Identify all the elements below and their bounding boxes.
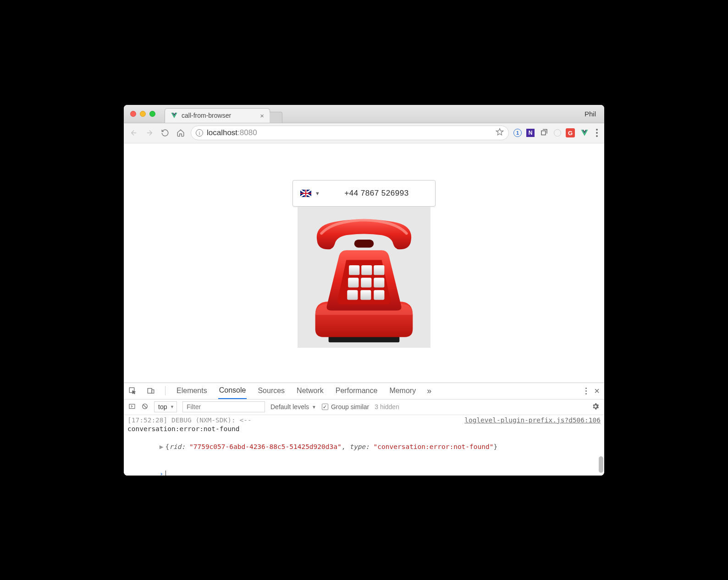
context-select[interactable]: top [154, 401, 177, 412]
phone-input-group: ▼ +44 7867 526993 [292, 180, 436, 207]
reload-button[interactable] [160, 127, 171, 138]
context-selector[interactable]: top [154, 401, 177, 412]
uk-flag-icon [300, 190, 311, 197]
tab-title: call-from-browser [182, 112, 231, 119]
back-button[interactable] [128, 127, 139, 138]
divider [165, 386, 165, 395]
console-prompt[interactable]: › [127, 460, 601, 475]
traffic-lights [124, 111, 155, 117]
console-object-line[interactable]: ▶{rid: "7759c057-6abd-4236-88c5-51425d92… [127, 434, 601, 461]
checkbox-checked-icon[interactable]: ✓ [322, 404, 328, 410]
scrollbar-thumb[interactable] [599, 456, 603, 473]
extension-g-icon[interactable]: G [566, 128, 575, 137]
home-button[interactable] [175, 127, 186, 138]
extension-n-icon[interactable]: N [526, 129, 535, 137]
console-line-partial: [17:52:28] DEBUG (NXM-SDK): <-- [127, 416, 252, 425]
device-toolbar-icon[interactable] [147, 387, 155, 395]
console-source-ref[interactable]: loglevel-plugin-prefix.js?d506:106 [464, 416, 601, 425]
svg-rect-13 [148, 388, 152, 394]
obj-val-type: "conversation:error:not-found" [374, 443, 494, 450]
app-column: ▼ +44 7867 526993 [292, 143, 436, 383]
console-settings-icon[interactable] [591, 402, 600, 412]
console-output[interactable]: [17:52:28] DEBUG (NXM-SDK): <-- loglevel… [124, 415, 604, 476]
devtools-tab-sources[interactable]: Sources [257, 383, 286, 399]
svg-rect-4 [374, 265, 384, 275]
vue-icon [171, 112, 178, 119]
obj-key-rid: rid: [169, 443, 185, 450]
phone-number-input[interactable]: +44 7867 526993 [325, 189, 428, 198]
levels-label: Default levels [270, 403, 309, 410]
phone-image-box [298, 207, 430, 348]
svg-rect-2 [349, 265, 359, 275]
more-tabs-chevron-icon[interactable]: » [427, 386, 431, 396]
maximize-window-button[interactable] [149, 111, 155, 117]
close-devtools-icon[interactable]: × [594, 386, 600, 396]
svg-rect-9 [360, 290, 371, 300]
inspect-element-icon[interactable] [128, 387, 137, 395]
extension-circle-icon[interactable] [554, 129, 561, 137]
console-filter-input[interactable] [182, 401, 265, 412]
expand-caret-icon[interactable]: ▶ [160, 443, 164, 450]
svg-rect-14 [152, 390, 154, 394]
devtools-tab-performance[interactable]: Performance [335, 383, 379, 399]
hidden-count[interactable]: 3 hidden [375, 403, 399, 410]
country-dropdown-caret-icon[interactable]: ▼ [315, 191, 320, 196]
bookmark-star-icon[interactable] [496, 128, 504, 138]
devtools-menu-icon[interactable] [585, 388, 587, 394]
new-tab-button[interactable] [270, 112, 282, 123]
svg-rect-3 [361, 265, 372, 275]
tab-strip: call-from-browser × [165, 105, 282, 123]
url-port: :8080 [237, 128, 257, 137]
page-content: ▼ +44 7867 526993 [124, 143, 604, 383]
svg-rect-6 [361, 278, 371, 287]
console-sidebar-toggle-icon[interactable] [128, 403, 136, 411]
browser-toolbar: i localhost:8080 1 N G [124, 123, 604, 143]
svg-rect-0 [541, 131, 546, 135]
url-text: localhost:8080 [207, 128, 257, 137]
vue-devtools-extension-icon[interactable] [579, 128, 590, 138]
devtools-tab-network[interactable]: Network [296, 383, 325, 399]
svg-rect-11 [354, 240, 374, 247]
site-info-icon[interactable]: i [196, 129, 203, 137]
devtools-panel: Elements Console Sources Network Perform… [124, 383, 604, 476]
obj-key-type: type: [349, 443, 370, 450]
titlebar: call-from-browser × Phil [124, 105, 604, 123]
url-host: localhost [207, 128, 237, 137]
svg-rect-7 [374, 278, 384, 287]
extensions-row: 1 N G [513, 127, 600, 139]
clear-console-icon[interactable] [141, 403, 149, 411]
onepassword-extension-icon[interactable]: 1 [513, 129, 522, 137]
devtools-tabs: Elements Console Sources Network Perform… [124, 383, 604, 399]
minimize-window-button[interactable] [140, 111, 146, 117]
prompt-chevron-icon: › [160, 470, 164, 476]
devtools-tab-memory[interactable]: Memory [388, 383, 417, 399]
browser-menu-button[interactable] [594, 127, 600, 139]
svg-rect-8 [347, 290, 358, 300]
svg-rect-5 [348, 278, 358, 287]
console-scrollbar[interactable] [599, 415, 603, 476]
close-window-button[interactable] [130, 111, 136, 117]
extension-tabs-icon[interactable] [539, 128, 549, 138]
browser-window: call-from-browser × Phil i localhost:808… [124, 105, 604, 476]
devtools-tab-elements[interactable]: Elements [176, 383, 208, 399]
browser-tab[interactable]: call-from-browser × [165, 108, 270, 123]
telephone-icon[interactable] [304, 213, 424, 348]
levels-dropdown[interactable]: Default levels ▼ [270, 403, 316, 410]
devtools-tab-console[interactable]: Console [218, 383, 247, 399]
console-toolbar: top Default levels ▼ ✓ Group similar 3 h… [124, 399, 604, 415]
group-similar-label: Group similar [331, 403, 369, 410]
close-tab-icon[interactable]: × [260, 112, 264, 120]
group-similar-toggle[interactable]: ✓ Group similar [322, 403, 369, 410]
address-bar[interactable]: i localhost:8080 [191, 126, 509, 140]
forward-button[interactable] [144, 127, 155, 138]
svg-rect-10 [374, 290, 384, 300]
console-line: conversation:error:not-found [127, 425, 601, 434]
text-cursor [165, 471, 166, 476]
svg-rect-1 [329, 336, 400, 342]
obj-val-rid: "7759c057-6abd-4236-88c5-51425d920d3a" [189, 443, 342, 450]
profile-name[interactable]: Phil [585, 110, 596, 118]
